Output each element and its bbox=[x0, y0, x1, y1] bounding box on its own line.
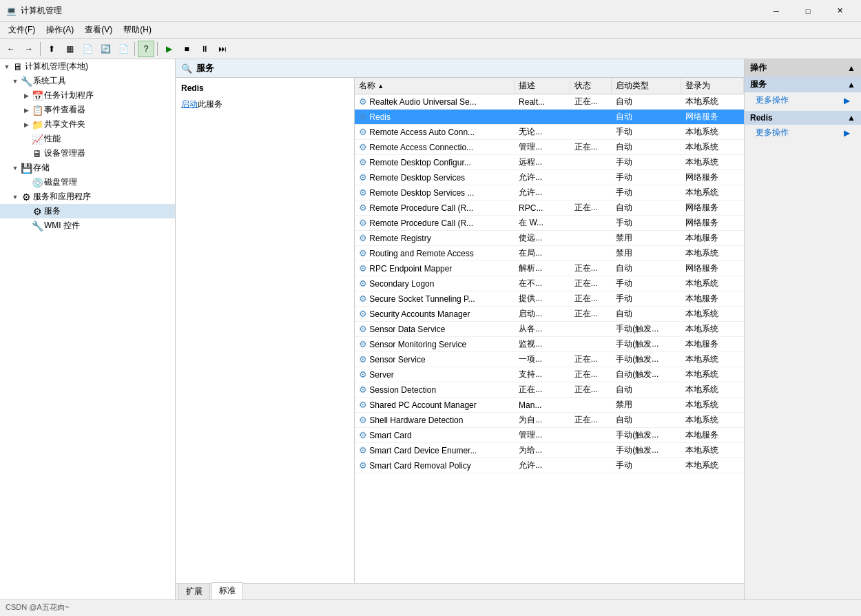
right-section-redis-arrow[interactable]: ▲ bbox=[847, 113, 855, 123]
table-row[interactable]: ⚙ Security Accounts Manager启动...正在...自动本… bbox=[355, 307, 744, 322]
table-row[interactable]: ⚙ Session Detection正在...正在...自动本地系统 bbox=[355, 382, 744, 398]
service-gear-icon: ⚙ bbox=[359, 233, 367, 243]
service-start-cell: 自动 bbox=[612, 261, 681, 276]
btn-forward[interactable]: → bbox=[21, 41, 37, 57]
btn-pause[interactable]: ⏸ bbox=[196, 41, 213, 57]
service-status-cell: 正在... bbox=[570, 276, 612, 291]
btn-export[interactable]: 📄 bbox=[115, 41, 132, 57]
table-row[interactable]: ⚙ Smart Card Removal Policy允许...手动本地系统 bbox=[355, 458, 744, 473]
redis-more-arrow: ▶ bbox=[844, 128, 850, 138]
table-row[interactable]: ⚙ Server支持...正在...自动(触发...本地系统 bbox=[355, 367, 744, 382]
table-row[interactable]: ⚙ Remote Procedure Call (R...RPC...正在...… bbox=[355, 201, 744, 216]
sidebar-item-performance[interactable]: 📈 性能 bbox=[0, 132, 175, 146]
service-name-cell: ⚙ Security Accounts Manager bbox=[355, 307, 515, 322]
btn-show-hide[interactable]: ▦ bbox=[61, 41, 78, 57]
sep-1 bbox=[40, 42, 41, 56]
right-section-redis-more[interactable]: 更多操作 ▶ bbox=[745, 125, 861, 141]
right-section-services-arrow[interactable]: ▲ bbox=[847, 80, 855, 90]
menu-help[interactable]: 帮助(H) bbox=[118, 23, 157, 37]
maximize-button[interactable]: □ bbox=[792, 0, 824, 22]
service-name-cell: ⚙ Redis bbox=[355, 110, 515, 125]
service-gear-icon: ⚙ bbox=[359, 112, 367, 122]
table-row[interactable]: ⚙ Smart Card管理...手动(触发...本地服务 bbox=[355, 428, 744, 443]
sidebar-item-services-apps[interactable]: ▼ ⚙ 服务和应用程序 bbox=[0, 189, 175, 204]
close-button[interactable]: ✕ bbox=[824, 0, 855, 22]
btn-copy[interactable]: 📄 bbox=[79, 41, 96, 57]
service-login-cell: 网络服务 bbox=[681, 201, 744, 216]
col-header-status[interactable]: 状态 bbox=[570, 78, 611, 94]
sidebar-item-storage[interactable]: ▼ 💾 存储 bbox=[0, 161, 175, 175]
table-row[interactable]: ⚙ Smart Card Device Enumer...为给...手动(触发.… bbox=[355, 443, 744, 458]
wmi-label: WMI 控件 bbox=[44, 220, 80, 232]
disk-mgmt-label: 磁盘管理 bbox=[44, 176, 77, 188]
sidebar-item-task-scheduler[interactable]: ▶ 📅 任务计划程序 bbox=[0, 88, 175, 103]
table-row[interactable]: ⚙ Remote Desktop Configur...远程...手动本地系统 bbox=[355, 155, 744, 170]
table-row[interactable]: ⚙ Secure Socket Tunneling P...提供...正在...… bbox=[355, 291, 744, 307]
sidebar-item-services[interactable]: ⚙ 服务 bbox=[0, 204, 175, 218]
sidebar-item-event-viewer[interactable]: ▶ 📋 事件查看器 bbox=[0, 103, 175, 117]
sidebar-root[interactable]: ▼ 🖥 计算机管理(本地) bbox=[0, 59, 175, 74]
btn-help[interactable]: ? bbox=[138, 41, 154, 57]
table-row[interactable]: ⚙ Secondary Logon在不...正在...手动本地系统 bbox=[355, 276, 744, 291]
table-row[interactable]: ⚙ Shell Hardware Detection为自...正在...自动本地… bbox=[355, 413, 744, 428]
sidebar-item-shared-folders[interactable]: ▶ 📁 共享文件夹 bbox=[0, 117, 175, 132]
sidebar-item-device-manager[interactable]: 🖥 设备管理器 bbox=[0, 146, 175, 161]
col-header-login[interactable]: 登录为 bbox=[681, 78, 744, 94]
search-icon: 🔍 bbox=[181, 63, 192, 74]
service-name-cell: ⚙ Sensor Monitoring Service bbox=[355, 337, 515, 352]
tab-expand[interactable]: 扩展 bbox=[178, 583, 210, 599]
col-header-name[interactable]: 名称 ▲ bbox=[355, 78, 515, 94]
service-desc-cell: 支持... bbox=[515, 367, 570, 382]
table-scroll[interactable]: ⚙ Realtek Audio Universal Se...Realt...正… bbox=[355, 94, 744, 583]
services-label: 服务 bbox=[44, 205, 61, 217]
menu-file[interactable]: 文件(F) bbox=[3, 23, 41, 37]
table-row[interactable]: ⚙ Sensor Service一项...正在...手动(触发...本地系统 bbox=[355, 352, 744, 367]
service-action: 启动此服务 bbox=[181, 99, 349, 110]
services-apps-arrow: ▼ bbox=[11, 193, 19, 201]
more-actions-arrow: ▶ bbox=[844, 96, 850, 105]
table-row[interactable]: ⚙ Remote Access Connectio...管理...正在...自动… bbox=[355, 140, 744, 155]
table-row[interactable]: ⚙ Remote Access Auto Conn...无论...手动本地系统 bbox=[355, 125, 744, 140]
table-row[interactable]: ⚙ Realtek Audio Universal Se...Realt...正… bbox=[355, 94, 744, 110]
sidebar-item-system-tools[interactable]: ▼ 🔧 系统工具 bbox=[0, 74, 175, 88]
service-login-cell: 本地系统 bbox=[681, 246, 744, 261]
table-row[interactable]: ⚙ Remote Procedure Call (R...在 W...手动网络服… bbox=[355, 216, 744, 231]
btn-refresh[interactable]: 🔄 bbox=[97, 41, 114, 57]
btn-stop[interactable]: ■ bbox=[178, 41, 195, 57]
table-row[interactable]: ⚙ Remote Desktop Services ...允许...手动本地系统 bbox=[355, 185, 744, 201]
right-panel-collapse[interactable]: ▲ bbox=[847, 63, 855, 73]
table-row[interactable]: ⚙ Sensor Monitoring Service监视...手动(触发...… bbox=[355, 337, 744, 352]
table-row[interactable]: ⚙ RPC Endpoint Mapper解析...正在...自动网络服务 bbox=[355, 261, 744, 276]
table-row[interactable]: ⚙ Shared PC Account ManagerMan...禁用本地系统 bbox=[355, 398, 744, 413]
tab-standard[interactable]: 标准 bbox=[211, 582, 243, 599]
service-status-cell bbox=[570, 322, 612, 337]
table-row[interactable]: ⚙ Routing and Remote Access在局...禁用本地系统 bbox=[355, 246, 744, 261]
service-login-cell: 本地系统 bbox=[681, 185, 744, 201]
service-start-cell: 自动 bbox=[612, 140, 681, 155]
btn-up[interactable]: ⬆ bbox=[43, 41, 60, 57]
minimize-button[interactable]: ─ bbox=[760, 0, 792, 22]
btn-step[interactable]: ⏭ bbox=[214, 41, 231, 57]
btn-play[interactable]: ▶ bbox=[160, 41, 177, 57]
btn-back[interactable]: ← bbox=[3, 41, 19, 57]
sidebar-item-disk-management[interactable]: 💿 磁盘管理 bbox=[0, 175, 175, 189]
service-gear-icon: ⚙ bbox=[359, 339, 367, 349]
service-name-cell: ⚙ Remote Access Connectio... bbox=[355, 140, 515, 155]
service-login-cell: 本地系统 bbox=[681, 352, 744, 367]
col-header-start[interactable]: 启动类型 bbox=[612, 78, 681, 94]
menu-action[interactable]: 操作(A) bbox=[41, 23, 79, 37]
right-section-services: 服务 ▲ 更多操作 ▶ bbox=[745, 76, 861, 108]
service-status-cell: 正在... bbox=[570, 352, 612, 367]
col-header-desc[interactable]: 描述 bbox=[515, 78, 570, 94]
right-section-services-more[interactable]: 更多操作 ▶ bbox=[745, 92, 861, 108]
service-start-link[interactable]: 启动 bbox=[181, 99, 198, 109]
service-status-cell: 正在... bbox=[570, 367, 612, 382]
table-row[interactable]: ⚙ Remote Desktop Services允许...手动网络服务 bbox=[355, 170, 744, 185]
table-row[interactable]: ⚙ Redis自动网络服务 bbox=[355, 110, 744, 125]
sidebar-item-wmi[interactable]: 🔧 WMI 控件 bbox=[0, 218, 175, 233]
table-row[interactable]: ⚙ Remote Registry使远...禁用本地服务 bbox=[355, 231, 744, 246]
service-desc-cell: Realt... bbox=[515, 94, 570, 110]
right-section-services-title: 服务 bbox=[750, 79, 767, 90]
table-row[interactable]: ⚙ Sensor Data Service从各...手动(触发...本地系统 bbox=[355, 322, 744, 337]
menu-view[interactable]: 查看(V) bbox=[79, 23, 118, 37]
